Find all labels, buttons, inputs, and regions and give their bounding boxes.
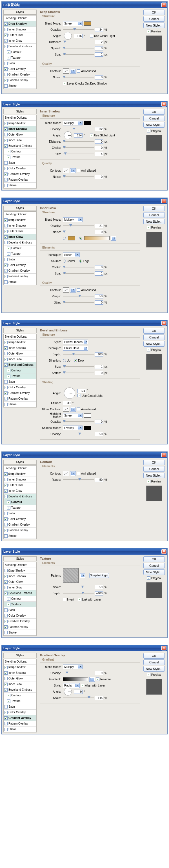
color-swatch[interactable] [83,413,91,417]
slider[interactable] [63,586,94,588]
style-checkbox[interactable] [7,597,10,600]
slider[interactable] [63,433,94,435]
style-checkbox[interactable] [7,506,10,509]
styles-header[interactable]: Styles [3,653,37,658]
style-row-texture[interactable]: Texture [4,55,36,61]
blending-options-row[interactable]: Blending Options: Custom [4,562,36,568]
checkbox[interactable] [81,684,84,687]
style-row-colorO[interactable]: Color Overlay [4,613,36,619]
style-row-pattO[interactable]: Pattern Overlay [4,624,36,630]
slider[interactable] [63,478,94,481]
slider[interactable] [63,295,94,298]
contour-dd[interactable] [70,69,76,73]
style-row-texture[interactable]: Texture [4,154,36,160]
style-row-outerG[interactable]: Outer Glow [4,579,36,585]
style-row-gradO[interactable]: Gradient Overlay [4,72,36,78]
style-row-colorO[interactable]: Color Overlay [4,66,36,72]
angle-dial[interactable] [64,688,72,695]
style-row-pattO[interactable]: Pattern Overlay [4,274,36,279]
styles-header[interactable]: Styles [3,556,37,561]
style-row-contour[interactable]: Contour [4,49,36,55]
slider[interactable] [63,146,94,149]
checkbox[interactable] [63,82,66,85]
style-row-bevel[interactable]: Bevel and Emboss [4,240,36,245]
style-row-pattO[interactable]: Pattern Overlay [4,721,36,726]
style-row-colorO[interactable]: Color Overlay [4,262,36,268]
style-row-satin[interactable]: Satin [4,257,36,262]
slider[interactable] [63,224,94,227]
style-row-gradO[interactable]: Gradient Overlay [4,172,36,177]
style-checkbox[interactable] [4,392,8,395]
style-row-pattO[interactable]: Pattern Overlay [4,78,36,83]
titlebar[interactable]: Layer Style✕ [2,198,167,204]
style-row-gradO[interactable]: Gradient Overlay [4,268,36,274]
style-checkbox[interactable] [4,722,8,725]
style-row-pattO[interactable]: Pattern Overlay [4,177,36,183]
style-checkbox[interactable] [4,711,8,714]
checkbox[interactable] [77,169,80,172]
style-checkbox[interactable] [4,178,8,182]
style-checkbox[interactable] [4,73,8,76]
style-row-stroke[interactable]: Stroke [4,402,36,407]
preview-checkbox[interactable] [147,673,150,676]
close-icon[interactable]: ✕ [161,646,166,650]
style-checkbox[interactable] [4,144,8,148]
new-style-button[interactable]: New Style... [143,23,165,28]
style-row-colorO[interactable]: Color Overlay [4,385,36,390]
preview-checkbox[interactable] [147,576,150,580]
shading-dial[interactable] [64,388,75,399]
titlebar[interactable]: Layer Style✕ [2,645,167,651]
angle-dial[interactable] [64,131,72,139]
style-row-contour[interactable]: Contour [4,149,36,154]
slider[interactable] [63,28,94,31]
style-row-innerG[interactable]: Inner Glow [4,137,36,143]
style-row-colorO[interactable]: Color Overlay [4,710,36,715]
combo[interactable]: Screen [63,413,82,418]
checkbox[interactable] [96,678,99,681]
style-checkbox[interactable] [4,518,8,521]
style-row-outerG[interactable]: Outer Glow [4,32,36,38]
number-input[interactable]: 50 [95,478,103,482]
preview-checkbox[interactable] [147,129,150,132]
style-row-satin[interactable]: Satin [4,704,36,710]
style-checkbox[interactable] [4,218,8,222]
style-row-contour[interactable]: Contour [4,693,36,699]
titlebar[interactable]: Layer Style✕ [2,452,167,458]
style-row-contour[interactable]: Contour [4,596,36,602]
style-checkbox[interactable] [4,620,8,623]
style-row-gradO[interactable]: Gradient Overlay [4,715,36,721]
style-checkbox[interactable] [4,241,8,244]
new-style-button[interactable]: New Style... [143,666,165,672]
slider[interactable] [63,152,94,155]
style-checkbox[interactable] [4,235,8,239]
new-style-button[interactable]: New Style... [143,473,165,478]
number-input[interactable]: 30 [63,401,71,405]
number-input[interactable]: 0 [95,230,103,234]
style-checkbox[interactable] [4,472,8,476]
style-checkbox[interactable] [4,224,8,227]
style-checkbox[interactable] [4,569,8,572]
style-checkbox[interactable] [4,258,8,261]
slider[interactable] [63,230,94,234]
style-checkbox[interactable] [4,575,8,578]
style-checkbox[interactable] [4,534,8,538]
new-style-button[interactable]: New Style... [143,569,165,575]
style-checkbox[interactable] [4,580,8,584]
style-row-outerG[interactable]: Outer Glow [4,132,36,137]
style-row-innerG[interactable]: Inner Glow [4,585,36,590]
titlebar[interactable]: Layer Style✕ [2,101,167,107]
styles-header[interactable]: Styles [3,460,37,465]
style-checkbox[interactable] [4,495,8,498]
cancel-button[interactable]: Cancel [143,466,165,472]
checkbox[interactable] [63,598,66,601]
number-input[interactable]: +100 [95,591,103,595]
contour-dd[interactable] [70,288,76,292]
ok-button[interactable]: OK [143,9,165,15]
style-checkbox[interactable] [4,67,8,71]
ok-button[interactable]: OK [143,653,165,659]
combo[interactable]: Chisel Hard [63,346,88,350]
cancel-button[interactable]: Cancel [143,116,165,121]
contour-dd[interactable] [70,168,76,173]
style-checkbox[interactable] [4,84,8,88]
titlebar[interactable]: Layer Style✕ [2,320,167,327]
